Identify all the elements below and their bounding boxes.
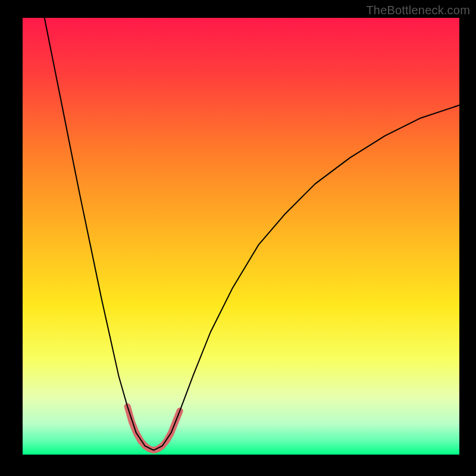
watermark-text: TheBottleneck.com	[366, 4, 470, 17]
bottleneck-chart	[0, 0, 476, 476]
chart-frame: TheBottleneck.com	[0, 0, 476, 476]
